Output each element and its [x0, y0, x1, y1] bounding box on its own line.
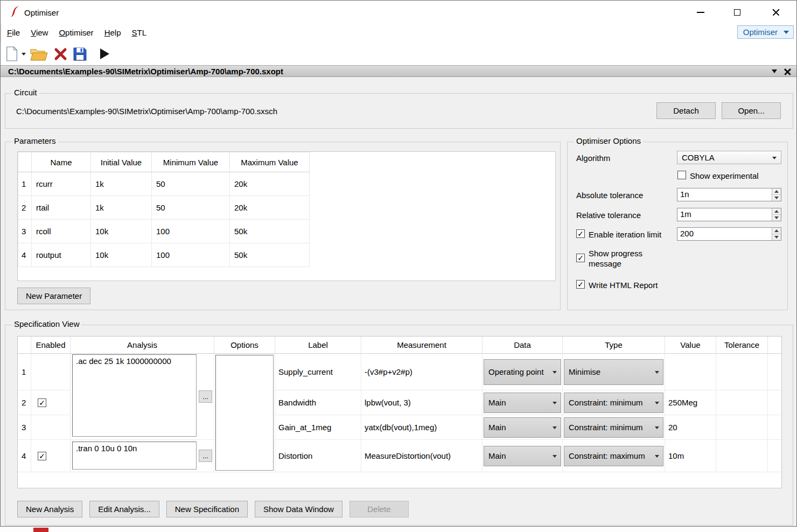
analysis-more-button-ac[interactable]: ...	[199, 390, 212, 403]
analysis-cell-tran: .tran 0 10u 0 10n ...	[71, 440, 214, 472]
param-initial-cell[interactable]: 1k	[91, 172, 152, 196]
data-select[interactable]: Main	[484, 417, 561, 438]
open-button[interactable]	[30, 44, 48, 64]
show-experimental-checkbox[interactable]	[677, 171, 686, 179]
type-select[interactable]: Constraint: minimum	[564, 393, 663, 413]
spec-tolerance-cell[interactable]	[716, 415, 768, 440]
optimiser-window: Optimiser FileViewOptimiserHelpSTL Optim…	[0, 0, 797, 527]
param-max-cell[interactable]: 50k	[230, 220, 310, 243]
spec-label-cell[interactable]: Gain_at_1meg	[275, 415, 361, 440]
algorithm-select[interactable]: COBYLA	[677, 151, 781, 164]
spec-label-cell[interactable]: Supply_current	[275, 354, 361, 390]
document-bar: C:\Documents\Examples-90\SIMetrix\Optimi…	[1, 65, 796, 77]
table-row: 1 rcurr 1k 50 20k	[18, 172, 310, 196]
enable-iteration-limit-checkbox[interactable]: ✓	[576, 229, 585, 238]
param-max-cell[interactable]: 50k	[230, 243, 310, 267]
show-data-window-button[interactable]: Show Data Window	[255, 501, 342, 517]
param-min-cell[interactable]: 50	[152, 196, 230, 220]
optimiser-mode-dropdown[interactable]: Optimiser	[737, 25, 794, 39]
minimize-button[interactable]	[690, 4, 711, 21]
analysis-more-button-tran[interactable]: ...	[199, 450, 212, 462]
param-name-cell[interactable]: rcurr	[32, 172, 91, 196]
analysis-text-tran[interactable]: .tran 0 10u 0 10n	[72, 442, 197, 470]
new-specification-button[interactable]: New Specification	[166, 501, 248, 517]
param-name-cell[interactable]: rtail	[32, 196, 91, 220]
data-select-value: Main	[488, 451, 506, 460]
param-name-cell[interactable]: rcoll	[32, 220, 91, 243]
param-name-cell[interactable]: routput	[32, 243, 91, 267]
iteration-limit-input[interactable]: 200	[677, 227, 781, 241]
spec-value-cell[interactable]: 10m	[665, 440, 716, 472]
spec-tolerance-cell[interactable]	[716, 440, 768, 472]
param-min-cell[interactable]: 100	[152, 220, 230, 243]
spin-up-button[interactable]	[772, 208, 781, 215]
spec-tolerance-cell[interactable]	[716, 390, 768, 415]
spec-measurement-cell[interactable]: yatx(db(vout),1meg)	[361, 415, 483, 440]
document-close-button[interactable]	[782, 67, 792, 76]
param-initial-cell[interactable]: 10k	[91, 243, 152, 267]
param-initial-cell[interactable]: 1k	[91, 196, 152, 220]
data-select[interactable]: Main	[484, 446, 561, 466]
enabled-checkbox[interactable]: ✓	[38, 452, 46, 460]
type-select[interactable]: Constraint: minimum	[564, 417, 663, 438]
spec-measurement-cell[interactable]: MeasureDistortion(vout)	[361, 440, 483, 472]
enabled-cell: ✓	[31, 440, 71, 472]
spec-value-cell[interactable]: 20	[665, 415, 716, 440]
spacer	[768, 390, 781, 415]
write-html-report-checkbox[interactable]: ✓	[576, 280, 585, 289]
spin-up-button[interactable]	[772, 228, 781, 234]
show-progress-checkbox[interactable]: ✓	[576, 254, 585, 262]
maximize-button[interactable]	[726, 4, 748, 21]
close-icon	[772, 8, 780, 17]
absolute-tolerance-input[interactable]: 1n	[677, 188, 781, 201]
run-button[interactable]	[95, 44, 114, 64]
spec-label-cell[interactable]: Distortion	[275, 440, 361, 472]
param-max-cell[interactable]: 20k	[230, 196, 310, 220]
spec-value-cell[interactable]	[665, 354, 716, 390]
close-button[interactable]	[765, 4, 787, 21]
enabled-checkbox[interactable]: ✓	[38, 398, 46, 407]
analysis-text-ac[interactable]: .ac dec 25 1k 1000000000	[72, 354, 197, 437]
new-document-dropdown[interactable]	[20, 44, 27, 64]
param-initial-cell[interactable]: 10k	[91, 220, 152, 243]
spec-data-cell: Main	[483, 390, 563, 415]
spacer	[768, 337, 781, 354]
options-text-area[interactable]	[215, 355, 274, 471]
spec-measurement-cell[interactable]: lpbw(vout, 3)	[361, 390, 483, 415]
menu-view[interactable]: View	[25, 24, 53, 40]
open-circuit-button[interactable]: Open...	[722, 102, 781, 119]
spin-down-button[interactable]	[772, 215, 781, 221]
spec-value-cell[interactable]: 250Meg	[665, 390, 716, 415]
param-header-num	[18, 152, 32, 172]
data-select[interactable]: Operating point	[484, 359, 561, 385]
type-select[interactable]: Minimise	[564, 359, 663, 385]
menu-help[interactable]: Help	[99, 24, 127, 40]
type-select[interactable]: Constraint: maximum	[564, 446, 663, 466]
menu-file[interactable]: File	[2, 24, 25, 40]
document-list-dropdown[interactable]	[770, 67, 779, 76]
edit-analysis-button[interactable]: Edit Analysis...	[89, 501, 159, 517]
spin-down-button[interactable]	[772, 195, 781, 201]
spin-down-button[interactable]	[772, 234, 781, 240]
new-document-button[interactable]	[3, 44, 21, 64]
toolbar	[1, 43, 796, 65]
spec-tolerance-cell[interactable]	[716, 354, 768, 390]
save-button[interactable]	[71, 44, 89, 64]
param-min-cell[interactable]: 50	[152, 172, 230, 196]
menu-optimiser[interactable]: Optimiser	[53, 24, 99, 40]
spec-label-cell[interactable]: Bandwidth	[275, 390, 361, 415]
menu-stl[interactable]: STL	[127, 24, 152, 40]
spin-up-button[interactable]	[772, 188, 781, 195]
detach-button[interactable]: Detach	[656, 102, 716, 119]
delete-button[interactable]	[51, 44, 69, 64]
spec-measurement-cell[interactable]: -(v3#p+v2#p)	[361, 354, 483, 390]
type-select-value: Constraint: maximum	[569, 451, 645, 460]
param-max-cell[interactable]: 20k	[230, 172, 310, 196]
param-min-cell[interactable]: 100	[152, 243, 230, 267]
relative-tolerance-value: 1m	[677, 208, 772, 221]
chevron-down-icon	[553, 426, 557, 429]
new-parameter-button[interactable]: New Parameter	[17, 288, 90, 304]
relative-tolerance-input[interactable]: 1m	[677, 208, 781, 221]
new-analysis-button[interactable]: New Analysis	[17, 501, 82, 517]
data-select[interactable]: Main	[484, 393, 561, 413]
